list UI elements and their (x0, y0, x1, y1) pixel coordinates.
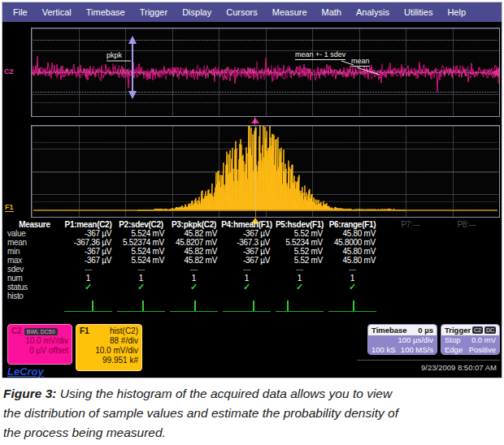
menu-analysis[interactable]: Analysis (349, 7, 397, 17)
status-divider (357, 360, 500, 361)
mini-histogram-icon (170, 298, 218, 312)
waveform-grid: pkpk mean +- 1 sdev mean (31, 28, 500, 117)
menu-bar: FileVerticalTimebaseTriggerDisplayCursor… (2, 2, 502, 22)
f1-trace-name: F1 (80, 326, 89, 336)
measure-cell: 5.524 mV (115, 256, 167, 265)
c2-coupling-badge: BWL DC50 (24, 328, 58, 335)
measure-row-label: value (7, 229, 62, 238)
measure-column-header: P1:mean(C2) (62, 220, 115, 229)
measure-column-header: P8:--- (442, 220, 491, 229)
figure-label: Figure 3: (3, 387, 56, 400)
measure-cell: -367 µV (62, 247, 115, 256)
menu-vertical[interactable]: Vertical (35, 7, 79, 17)
measure-cell: 5.52 mV (273, 256, 326, 265)
status-cell: ✓ (326, 283, 379, 292)
status-check-icon: ✓ (137, 282, 145, 292)
menu-trigger[interactable]: Trigger (133, 7, 175, 17)
histogram-grid (31, 125, 500, 218)
measure-row-label: sdev (7, 265, 62, 274)
status-cell: ✓ (273, 283, 326, 292)
measure-table: MeasureP1:mean(C2)P2:sdev(C2)P3:pkpk(C2)… (7, 220, 500, 313)
f1-histogram-trace (32, 126, 499, 217)
measure-cell: 45.82 mV (167, 229, 220, 238)
status-cell: ✓ (62, 283, 115, 292)
measure-row-label: num (7, 274, 62, 283)
timebase-box[interactable]: Timebase 0 µs 100 µs/div 100 kS 100 MS/s (367, 324, 437, 355)
histo-cell (326, 292, 379, 313)
timebase-title: Timebase (371, 326, 407, 335)
status-cell: ✓ (115, 283, 167, 292)
c2-offset: 0 µV offset (11, 346, 68, 356)
c2-descriptor-box[interactable]: C2 BWL DC50 10.0 mV/div 0 µV offset (7, 324, 72, 365)
trigger-box[interactable]: Trigger C2 DC Stop 0.0 mV Edge Positive (441, 324, 500, 355)
status-cell: ✓ (167, 283, 220, 292)
histo-cell (115, 292, 167, 313)
measure-cell: --- (62, 265, 115, 274)
status-check-icon: ✓ (296, 282, 303, 292)
mini-histogram-icon (328, 298, 376, 312)
menu-timebase[interactable]: Timebase (79, 7, 133, 17)
menu-math[interactable]: Math (315, 7, 349, 17)
measure-cell: 45.8207 mV (167, 238, 220, 247)
measure-cell: -367 µV (62, 229, 115, 238)
mean-annotation: mean (351, 57, 370, 67)
measure-cell: -367 µV (220, 256, 273, 265)
f1-axis-label: F1 (5, 203, 14, 212)
c2-volts-per-div: 10.0 mV/div (11, 336, 68, 346)
menu-utilities[interactable]: Utilities (397, 7, 440, 17)
trigger-coupling-badge: DC (484, 326, 496, 334)
menu-measure[interactable]: Measure (265, 7, 315, 17)
menu-help[interactable]: Help (440, 7, 473, 17)
measure-cell-empty (379, 256, 442, 265)
mini-histogram-icon (117, 298, 165, 312)
measure-cell: --- (326, 265, 379, 274)
trigger-level-icon (492, 68, 499, 77)
timebase-samples: 100 kS (371, 345, 396, 355)
measure-row-label: max (7, 256, 62, 265)
f1-population: 99.951 k# (80, 356, 138, 365)
measure-cell-empty (442, 292, 491, 300)
oscilloscope-window: FileVerticalTimebaseTriggerDisplayCursor… (2, 2, 502, 378)
cursor-line (255, 126, 256, 217)
measure-cell: -367 µV (220, 229, 273, 238)
measure-cell-empty (379, 229, 442, 238)
mini-histogram-icon (64, 298, 112, 312)
measure-cell: -367 µV (220, 247, 273, 256)
menu-file[interactable]: File (6, 7, 35, 17)
measure-cell: -367.3 µV (220, 238, 273, 247)
histo-cell (62, 292, 115, 313)
measure-column-header: P6:range(F1) (326, 220, 379, 229)
measure-row-label: min (7, 247, 62, 256)
figure-caption: Figure 3: Using the histogram of the acq… (3, 384, 400, 443)
trigger-level: 0.0 mV (471, 335, 496, 345)
mini-histogram-icon (276, 298, 324, 312)
measure-cell: --- (167, 265, 220, 274)
measure-cell-empty (379, 238, 442, 247)
measure-table-title: Measure (7, 220, 62, 229)
trigger-type: Edge (445, 345, 463, 355)
annotation-overlay (32, 28, 499, 116)
measure-cell-empty (379, 283, 442, 292)
histogram-mean-marker-icon[interactable] (251, 118, 259, 123)
timebase-rate: 100 MS/s (401, 345, 433, 355)
measure-cell-empty (379, 247, 442, 256)
measure-cell-empty (442, 265, 491, 274)
measure-cell: 5.524 mV (115, 247, 167, 256)
measure-cell: 45.82 mV (167, 256, 220, 265)
measure-cell-empty (442, 238, 491, 247)
histo-cell (167, 292, 220, 313)
mini-histogram-icon (223, 298, 271, 312)
menu-cursors[interactable]: Cursors (219, 7, 265, 17)
menu-display[interactable]: Display (175, 7, 219, 17)
measure-cell: --- (220, 265, 273, 274)
f1-descriptor-box[interactable]: F1 hist(C2) 88 #/div 10.0 mV/div 99.951 … (76, 324, 142, 371)
timestamp: 9/23/2009 8:50:07 AM (421, 363, 497, 372)
measure-cell-empty (442, 247, 491, 256)
measure-cell-empty (442, 274, 491, 283)
trigger-title: Trigger (445, 326, 471, 335)
trigger-slope: Positive (469, 345, 496, 355)
f1-counts-per-div: 88 #/div (80, 336, 138, 346)
measure-row-label: status (7, 283, 62, 292)
status-check-icon: ✓ (349, 282, 356, 292)
trigger-mode: Stop (445, 335, 461, 345)
